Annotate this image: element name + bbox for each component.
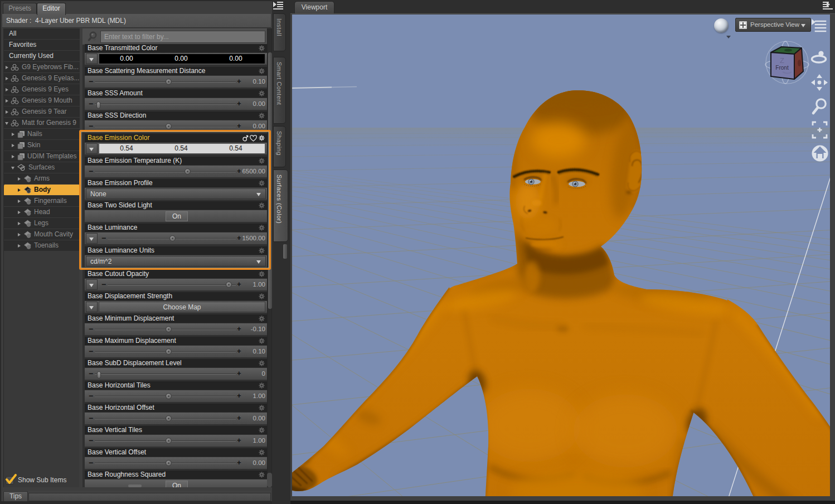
svg-text:Front: Front bbox=[775, 65, 789, 71]
svg-text:Z: Z bbox=[780, 56, 784, 65]
